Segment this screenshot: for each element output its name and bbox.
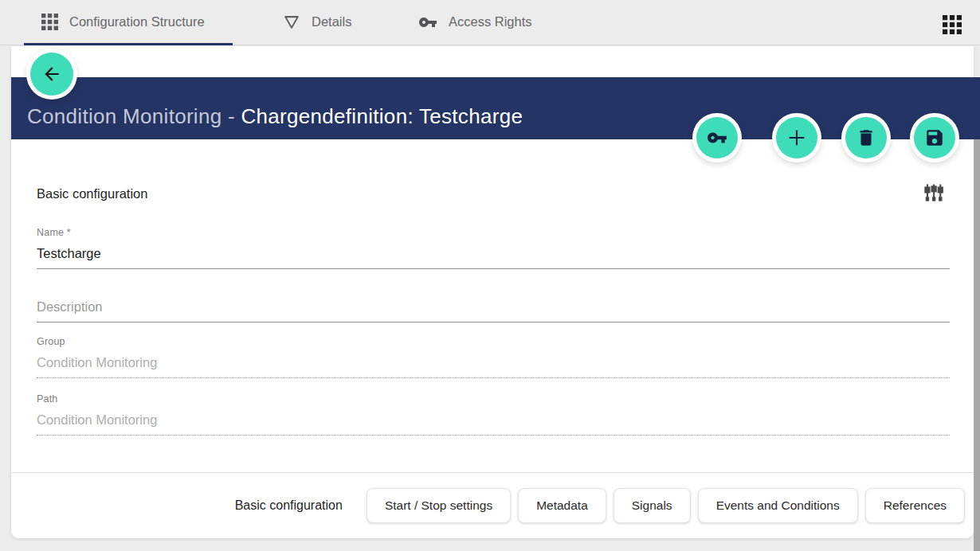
- sliders-icon[interactable]: [923, 180, 948, 205]
- arrow-left-icon: [41, 64, 62, 84]
- grid-icon: [41, 14, 58, 30]
- section-title: Basic configuration: [37, 186, 147, 201]
- page-title-main: Chargendefinition: Testcharge: [241, 104, 523, 128]
- top-tab-bar: Configuration Structure Details Access R…: [0, 0, 980, 45]
- active-tab-underline: [24, 43, 233, 45]
- name-input[interactable]: [37, 243, 950, 269]
- section-nav-start-stop-settings-button[interactable]: Start / Stop settings: [367, 488, 511, 523]
- group-field-label: Group: [37, 336, 950, 347]
- section-nav-references-button[interactable]: References: [865, 488, 965, 523]
- name-field: Name *: [37, 227, 950, 269]
- tab-label: Access Rights: [449, 14, 532, 29]
- access-rights-button[interactable]: [696, 117, 738, 158]
- tab-details[interactable]: Details: [283, 0, 351, 44]
- section-nav-events-and-conditions-button[interactable]: Events and Conditions: [698, 488, 858, 523]
- group-input: [37, 352, 950, 378]
- page-header: Condition Monitoring - Chargendefinition…: [11, 77, 980, 139]
- group-field: Group: [37, 336, 950, 378]
- key-icon: [418, 13, 437, 32]
- vertical-scrollbar[interactable]: [974, 139, 980, 551]
- key-icon: [707, 127, 727, 148]
- delete-button[interactable]: [845, 117, 887, 158]
- name-field-label: Name *: [37, 227, 950, 238]
- tab-configuration-structure[interactable]: Configuration Structure: [41, 0, 205, 44]
- path-field: Path: [37, 393, 950, 436]
- section-nav-active-label: Basic configuration: [235, 498, 343, 513]
- page-title: Condition Monitoring - Chargendefinition…: [27, 104, 523, 129]
- description-input[interactable]: [37, 295, 950, 322]
- apps-grid-icon[interactable]: [943, 15, 962, 34]
- tab-label: Details: [312, 14, 351, 29]
- section-nav-signals-button[interactable]: Signals: [613, 488, 691, 523]
- path-field-label: Path: [37, 393, 950, 404]
- description-field: [37, 295, 950, 322]
- add-button[interactable]: [776, 117, 817, 158]
- save-button[interactable]: [914, 117, 955, 158]
- funnel-icon: [283, 14, 300, 31]
- tab-label: Configuration Structure: [69, 14, 205, 29]
- path-input: [37, 409, 950, 436]
- trash-icon: [856, 127, 876, 148]
- tab-access-rights[interactable]: Access Rights: [418, 0, 532, 44]
- section-nav-bar: Basic configuration Start / Stop setting…: [11, 472, 974, 538]
- page-title-prefix: Condition Monitoring -: [27, 104, 241, 128]
- back-button[interactable]: [30, 53, 73, 96]
- save-icon: [924, 127, 945, 148]
- section-nav-metadata-button[interactable]: Metadata: [518, 488, 606, 523]
- plus-icon: [786, 127, 808, 149]
